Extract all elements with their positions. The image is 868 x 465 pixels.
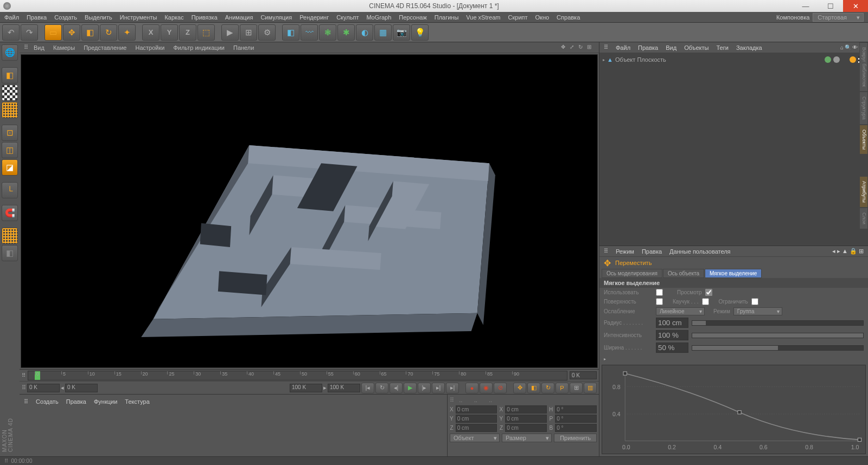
radius-field[interactable]: [656, 318, 688, 328]
make-editable-button[interactable]: 🌐: [2, 44, 18, 61]
param-key-button[interactable]: P: [556, 383, 569, 393]
falloff-graph[interactable]: 0.8 0.4 0.0 0.2 0.4 0.6 0.8 1.0: [602, 365, 866, 454]
deformer-button[interactable]: ◐: [356, 24, 373, 41]
dopesheet-button[interactable]: ▥: [584, 383, 597, 393]
om-menu[interactable]: Теги: [717, 44, 729, 51]
vtab-attributes[interactable]: Атрибуты: [859, 176, 868, 208]
z-axis-toggle[interactable]: Z: [179, 24, 196, 41]
tab-object-axis[interactable]: Ось объекта: [663, 269, 704, 278]
next-key-button[interactable]: |▸: [418, 383, 431, 393]
intensity-slider[interactable]: [692, 333, 864, 338]
pos-key-button[interactable]: ✥: [513, 383, 526, 393]
preview-checkbox[interactable]: [705, 289, 712, 296]
range-end-inner-field[interactable]: 100 K: [290, 384, 322, 392]
menu-item[interactable]: Каркас: [164, 14, 183, 21]
axis-mode-button[interactable]: └: [2, 182, 18, 198]
scale-tool-button[interactable]: ◧: [81, 24, 99, 41]
tab-modeling-axis[interactable]: Ось моделирования: [602, 269, 662, 278]
edges-mode-button[interactable]: ◫: [2, 142, 18, 158]
menu-item[interactable]: Симуляция: [260, 14, 292, 21]
menu-item[interactable]: Скульпт: [336, 14, 359, 21]
menu-item[interactable]: Персонаж: [399, 14, 426, 21]
om-menu[interactable]: Файл: [616, 44, 630, 51]
size-y-field[interactable]: [505, 415, 547, 423]
vp-pan-icon[interactable]: ✥: [561, 44, 569, 51]
om-search-icon[interactable]: 🔍: [845, 44, 851, 50]
attr-menu[interactable]: Режим: [616, 248, 634, 255]
play-button[interactable]: ▶: [404, 383, 417, 393]
autokey-button[interactable]: ◉: [480, 383, 493, 393]
last-tool-button[interactable]: ✦: [118, 24, 136, 41]
array-button[interactable]: ✱: [337, 24, 355, 41]
light-button[interactable]: 💡: [411, 24, 429, 41]
menu-item[interactable]: MoGraph: [366, 14, 391, 21]
redo-button[interactable]: ↷: [21, 24, 38, 41]
nurbs-button[interactable]: ❃: [319, 24, 336, 41]
pos-z-field[interactable]: [456, 424, 497, 432]
menu-item[interactable]: Файл: [4, 14, 19, 21]
model-mode-button[interactable]: ◧: [2, 67, 18, 83]
render-settings-button[interactable]: ⚙: [258, 24, 276, 41]
radius-slider[interactable]: [692, 320, 864, 326]
cube-primitive-button[interactable]: ◧: [282, 24, 299, 41]
coord-size-dropdown[interactable]: Размер: [502, 434, 552, 442]
apply-button[interactable]: Применить: [554, 434, 597, 442]
graph-expand-icon[interactable]: ▸: [604, 357, 606, 361]
rot-h-field[interactable]: [555, 405, 597, 414]
menu-item[interactable]: Скрипт: [508, 14, 528, 21]
attr-fwd-icon[interactable]: ▸: [837, 248, 840, 255]
vp-menu[interactable]: Вид: [34, 44, 44, 51]
om-menu[interactable]: Вид: [666, 44, 676, 51]
texture-mode-button[interactable]: [2, 85, 18, 101]
visibility-tag-icon[interactable]: [825, 56, 831, 63]
move-tool-button[interactable]: ✥: [63, 24, 80, 41]
mode-dropdown[interactable]: Группа: [733, 307, 782, 315]
size-z-field[interactable]: [505, 424, 547, 432]
vp-menu[interactable]: Фильтр индикации: [173, 44, 225, 51]
attr-menu[interactable]: Правка: [642, 248, 662, 255]
close-button[interactable]: ✕: [843, 0, 868, 12]
vtab-objects[interactable]: Объекты: [859, 125, 868, 154]
menu-item[interactable]: Справка: [557, 14, 580, 21]
maximize-button[interactable]: ☐: [818, 0, 843, 12]
menu-item[interactable]: Правка: [27, 14, 47, 21]
om-menu[interactable]: Объекты: [684, 44, 709, 51]
viewport-3d[interactable]: [21, 54, 598, 368]
select-tool-button[interactable]: ▭: [44, 24, 62, 41]
vtab-layers[interactable]: Слои: [859, 208, 868, 229]
key-mode-button[interactable]: ⊞: [570, 383, 583, 393]
attr-up-icon[interactable]: ▲: [842, 248, 848, 255]
scale-key-button[interactable]: ◧: [527, 383, 540, 393]
range-start-field[interactable]: 0 K: [27, 384, 60, 392]
size-x-field[interactable]: [505, 405, 547, 414]
enable-tag-icon[interactable]: [833, 56, 840, 63]
workplane-mode-button[interactable]: [2, 102, 18, 118]
menu-item[interactable]: Плагины: [435, 14, 459, 21]
goto-start-button[interactable]: |◂: [361, 383, 374, 393]
mat-menu[interactable]: Правка: [66, 398, 86, 405]
vp-layout-icon[interactable]: ⊞: [587, 44, 595, 51]
object-manager-tree[interactable]: ▸ ▲ Объект Плоскость: [599, 53, 868, 246]
timeline-end-field[interactable]: 0 K: [570, 371, 597, 379]
vtab-structure[interactable]: Структура: [859, 92, 868, 125]
menu-item[interactable]: Рендеринг: [299, 14, 329, 21]
next-frame-button[interactable]: ▸|: [432, 383, 445, 393]
phong-tag-icon[interactable]: [850, 56, 856, 63]
render-pv-button[interactable]: ⊞: [240, 24, 257, 41]
om-menu[interactable]: Закладка: [736, 44, 762, 51]
vp-rotate-icon[interactable]: ↻: [578, 44, 586, 51]
goto-end-button[interactable]: ▸|: [446, 383, 459, 393]
x-axis-toggle[interactable]: X: [142, 24, 159, 41]
menu-item[interactable]: Инструменты: [120, 14, 157, 21]
undo-button[interactable]: ↶: [2, 24, 20, 41]
width-slider[interactable]: [692, 345, 864, 351]
limit-checkbox[interactable]: [751, 298, 758, 305]
minimize-button[interactable]: —: [793, 0, 818, 12]
falloff-dropdown[interactable]: Линейное: [656, 307, 705, 315]
menu-item[interactable]: Vue xStream: [466, 14, 500, 21]
points-mode-button[interactable]: ⊡: [2, 125, 18, 141]
attr-lock-icon[interactable]: 🔒: [850, 248, 857, 255]
om-home-icon[interactable]: ⌂: [840, 44, 844, 50]
spline-button[interactable]: 〰: [301, 24, 318, 41]
rot-b-field[interactable]: [555, 424, 597, 432]
